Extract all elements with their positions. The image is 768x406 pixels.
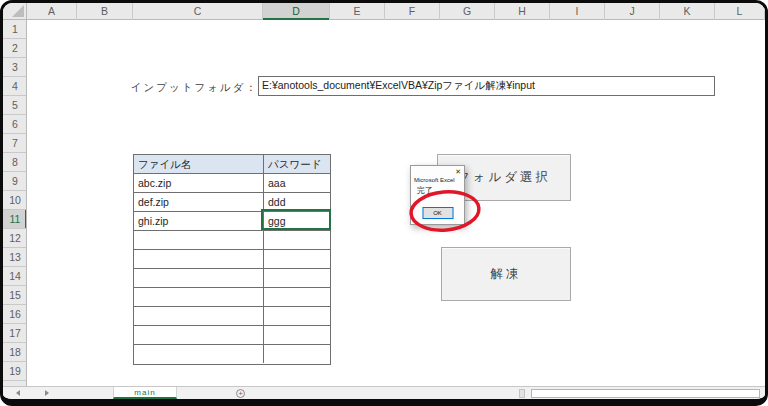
row-header-3[interactable]: 3 <box>3 58 27 77</box>
column-header-C[interactable]: C <box>133 3 263 20</box>
table-cell[interactable] <box>134 269 264 287</box>
horizontal-scrollbar-thumb[interactable] <box>531 389 760 398</box>
table-row <box>134 345 330 364</box>
sheet-tab-main[interactable]: main <box>113 387 177 399</box>
table-cell[interactable] <box>264 307 330 325</box>
file-table-body: abc.zipaaadef.zipdddghi.zipggg <box>134 174 330 364</box>
close-icon[interactable]: ✕ <box>455 168 461 175</box>
excel-window: ABCDEFGHIJKL 123456789101112131415161718… <box>0 0 768 406</box>
column-header-F[interactable]: F <box>385 3 440 20</box>
column-header-A[interactable]: A <box>27 3 77 20</box>
table-cell[interactable] <box>134 231 264 249</box>
column-header-G[interactable]: G <box>440 3 495 20</box>
column-header-J[interactable]: J <box>605 3 660 20</box>
table-cell[interactable] <box>264 269 330 287</box>
row-header-18[interactable]: 18 <box>3 343 27 362</box>
row-header-7[interactable]: 7 <box>3 134 27 153</box>
password-header[interactable]: パスワード <box>264 155 330 173</box>
file-password-table: ファイル名 パスワード abc.zipaaadef.zipdddghi.zipg… <box>133 154 331 365</box>
table-row <box>134 231 330 250</box>
tab-scrollbar-splitter[interactable] <box>519 389 525 398</box>
table-cell[interactable] <box>134 307 264 325</box>
table-header-row: ファイル名 パスワード <box>134 155 330 174</box>
file-name-header[interactable]: ファイル名 <box>134 155 264 173</box>
table-cell[interactable]: ghi.zip <box>134 212 264 230</box>
row-header-14[interactable]: 14 <box>3 267 27 286</box>
row-headers: 1234567891011121314151617181920 <box>3 20 27 386</box>
column-header-I[interactable]: I <box>550 3 605 20</box>
table-cell[interactable] <box>134 250 264 268</box>
table-row: ghi.zipggg <box>134 212 330 231</box>
row-header-10[interactable]: 10 <box>3 191 27 210</box>
row-header-4[interactable]: 4 <box>3 77 27 96</box>
table-cell[interactable] <box>134 326 264 344</box>
extract-button[interactable]: 解凍 <box>441 247 571 301</box>
add-sheet-icon[interactable]: + <box>236 389 245 398</box>
column-headers: ABCDEFGHIJKL <box>27 3 765 20</box>
row-header-8[interactable]: 8 <box>3 153 27 172</box>
input-folder-label: インプットフォルダ： <box>123 78 258 97</box>
row-header-11[interactable]: 11 <box>3 210 27 229</box>
dialog-title: Microsoft Excel <box>414 177 455 183</box>
row-header-2[interactable]: 2 <box>3 39 27 58</box>
table-row: abc.zipaaa <box>134 174 330 193</box>
table-cell[interactable] <box>134 288 264 306</box>
table-row: def.zipddd <box>134 193 330 212</box>
table-row <box>134 250 330 269</box>
ok-button[interactable]: OK <box>422 207 453 219</box>
row-header-15[interactable]: 15 <box>3 286 27 305</box>
row-header-12[interactable]: 12 <box>3 229 27 248</box>
column-header-E[interactable]: E <box>330 3 385 20</box>
row-header-16[interactable]: 16 <box>3 305 27 324</box>
column-header-K[interactable]: K <box>660 3 715 20</box>
folder-path-input[interactable] <box>258 76 715 96</box>
table-cell[interactable]: abc.zip <box>134 174 264 192</box>
table-row <box>134 269 330 288</box>
dialog-titlebar[interactable]: Microsoft Excel ✕ <box>411 166 464 178</box>
table-cell[interactable]: aaa <box>264 174 330 192</box>
row-header-9[interactable]: 9 <box>3 172 27 191</box>
select-all-triangle-icon <box>12 5 24 17</box>
table-cell[interactable] <box>264 345 330 363</box>
row-header-6[interactable]: 6 <box>3 115 27 134</box>
message-dialog: Microsoft Excel ✕ 完了 OK <box>410 165 465 225</box>
table-cell[interactable] <box>264 288 330 306</box>
row-header-17[interactable]: 17 <box>3 324 27 343</box>
dialog-message: 完了 <box>417 185 464 196</box>
row-header-19[interactable]: 19 <box>3 362 27 381</box>
column-header-L[interactable]: L <box>715 3 765 20</box>
table-row <box>134 307 330 326</box>
column-header-B[interactable]: B <box>77 3 133 20</box>
row-header-1[interactable]: 1 <box>3 20 27 39</box>
row-header-5[interactable]: 5 <box>3 96 27 115</box>
table-row <box>134 288 330 307</box>
sheet-tab-bar: main + <box>3 386 765 399</box>
column-header-D[interactable]: D <box>263 3 330 20</box>
table-cell[interactable]: ddd <box>264 193 330 211</box>
table-cell[interactable] <box>264 326 330 344</box>
table-cell[interactable] <box>264 250 330 268</box>
table-cell[interactable] <box>134 345 264 363</box>
row-header-13[interactable]: 13 <box>3 248 27 267</box>
table-row <box>134 326 330 345</box>
table-cell[interactable] <box>264 231 330 249</box>
prev-sheet-icon[interactable] <box>16 390 20 396</box>
next-sheet-icon[interactable] <box>45 390 49 396</box>
table-cell[interactable]: ggg <box>264 212 330 230</box>
column-header-H[interactable]: H <box>495 3 550 20</box>
select-all-corner[interactable] <box>3 3 27 20</box>
table-cell[interactable]: def.zip <box>134 193 264 211</box>
